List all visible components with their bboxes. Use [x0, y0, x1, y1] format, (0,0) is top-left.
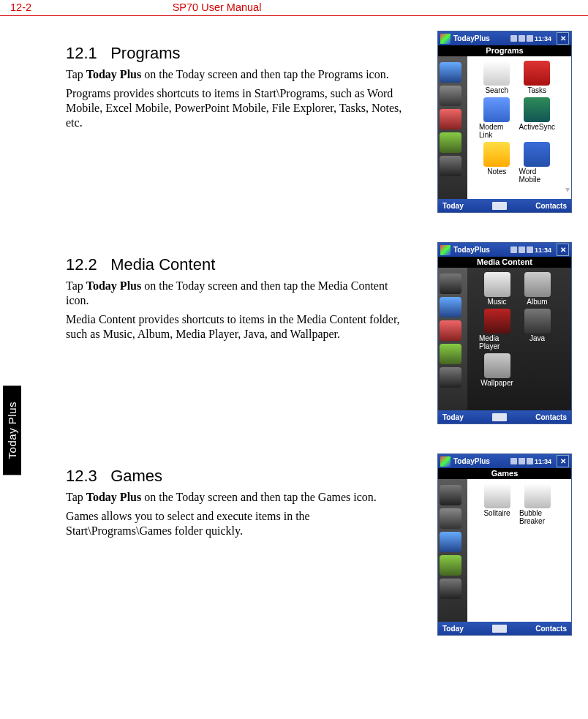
phone-status-bar: TodayPlus 11:34 ✕: [438, 31, 571, 45]
speaker-icon: [527, 246, 533, 253]
doc-title: SP70 User Manual: [173, 1, 262, 13]
sidebar-icon: [440, 532, 461, 552]
paragraph: Tap Today Plus on the Today screen and t…: [66, 279, 410, 308]
keyboard-icon: [492, 625, 507, 633]
app-name: TodayPlus: [453, 34, 490, 42]
start-icon: [440, 34, 451, 44]
start-icon: [440, 245, 451, 255]
softkey-left: Today: [442, 202, 464, 210]
paragraph: Media Content provides shortcuts to item…: [66, 312, 410, 342]
screenshot-games: TodayPlus 11:34 ✕ Games: [437, 453, 572, 636]
clock: 11:34: [535, 246, 551, 254]
sidebar-icon: [440, 274, 461, 294]
app-icon: [524, 483, 551, 508]
sidebar-icon: [440, 555, 461, 576]
app-icon: [524, 61, 550, 86]
section-programs: 12.1 Programs Tap Today Plus on the Toda…: [66, 31, 572, 213]
app-icon: [483, 97, 510, 122]
sidebar-icon: [440, 156, 461, 176]
app-item: Wallpaper: [479, 353, 515, 387]
speaker-icon: [527, 35, 533, 42]
phone-title: Games: [438, 468, 571, 479]
app-item: Notes: [479, 142, 515, 184]
section-media-content: 12.2 Media Content Tap Today Plus on the…: [66, 242, 572, 424]
app-label: Tasks: [527, 86, 546, 94]
sidebar-icon: [440, 485, 461, 505]
app-label: Album: [527, 298, 547, 306]
app-item: Search: [479, 61, 515, 94]
sidebar-icon: [440, 297, 461, 317]
app-icon: [524, 142, 550, 167]
clock: 11:34: [535, 35, 551, 42]
paragraph: Programs provides shortcuts to items in …: [66, 86, 410, 130]
keyboard-icon: [492, 202, 507, 210]
screenshot-media-content: TodayPlus 11:34 ✕ Media Content: [437, 242, 572, 424]
app-label: Notes: [487, 167, 506, 176]
app-item: Album: [519, 272, 555, 306]
phone-status-bar: TodayPlus 11:34 ✕: [438, 243, 571, 257]
app-name: TodayPlus: [453, 246, 490, 254]
close-icon: ✕: [557, 455, 569, 467]
app-icon: [484, 483, 510, 508]
app-item: Music: [479, 272, 515, 306]
section-tab: Today Plus: [3, 385, 21, 475]
app-label: Media Player: [479, 334, 515, 350]
app-label: Solitaire: [483, 509, 510, 517]
app-item: Java: [519, 309, 555, 350]
app-icon: [484, 272, 510, 297]
sidebar-icon: [440, 367, 461, 388]
paragraph: Tap Today Plus on the Today screen and t…: [66, 67, 410, 82]
app-icon: [483, 61, 510, 86]
app-icon: [524, 272, 551, 297]
app-label: Wallpaper: [480, 379, 513, 387]
signal-icon: [510, 35, 517, 42]
sidebar-icon: [440, 86, 461, 106]
section-games: 12.3 Games Tap Today Plus on the Today s…: [66, 453, 572, 636]
app-item: Modem Link: [479, 97, 515, 139]
softkey-right: Contacts: [535, 413, 567, 421]
app-icon: [483, 142, 510, 167]
chevron-down-icon: ▾: [565, 184, 570, 195]
app-item: Solitaire: [479, 483, 515, 525]
softkey-left: Today: [442, 625, 464, 633]
softkey-right: Contacts: [535, 202, 567, 210]
category-sidebar: [438, 56, 467, 199]
app-label: ActiveSync: [519, 123, 555, 131]
sidebar-icon: [440, 320, 461, 341]
app-label: Search: [485, 86, 508, 94]
speaker-icon: [527, 458, 533, 464]
phone-title: Media Content: [438, 257, 571, 268]
paragraph: Tap Today Plus on the Today screen and t…: [66, 490, 410, 505]
heading-media-content: 12.2 Media Content: [66, 255, 410, 274]
sidebar-icon: [440, 62, 461, 83]
app-item: Tasks: [519, 61, 555, 94]
page-number: 12-2: [10, 1, 31, 13]
phone-status-bar: TodayPlus 11:34 ✕: [438, 454, 571, 468]
screenshot-programs: TodayPlus 11:34 ✕ Programs: [437, 31, 572, 213]
app-item: Word Mobile: [519, 142, 555, 184]
app-item: Media Player: [479, 309, 515, 350]
app-icon: [524, 97, 550, 122]
app-item: Bubble Breaker: [519, 483, 555, 525]
app-label: Modem Link: [479, 123, 515, 139]
softkey-left: Today: [442, 413, 464, 421]
phone-body: MusicAlbumMedia PlayerJavaWallpaper: [438, 268, 571, 410]
app-label: Bubble Breaker: [519, 509, 555, 525]
signal-icon: [519, 35, 525, 42]
app-label: Java: [529, 334, 545, 342]
sidebar-icon: [440, 132, 461, 153]
app-item: ActiveSync: [519, 97, 555, 139]
sidebar-icon: [440, 508, 461, 529]
heading-games: 12.3 Games: [66, 467, 410, 486]
start-icon: [440, 456, 451, 467]
sidebar-icon: [440, 579, 461, 599]
signal-icon: [519, 458, 525, 464]
phone-softkeys: Today Contacts: [438, 622, 571, 635]
app-name: TodayPlus: [453, 457, 490, 465]
heading-programs: 12.1 Programs: [66, 44, 410, 63]
sidebar-icon: [440, 344, 461, 364]
close-icon: ✕: [557, 32, 569, 45]
paragraph: Games allows you to select and execute i…: [66, 509, 410, 538]
clock: 11:34: [535, 458, 551, 465]
keyboard-icon: [492, 413, 507, 421]
